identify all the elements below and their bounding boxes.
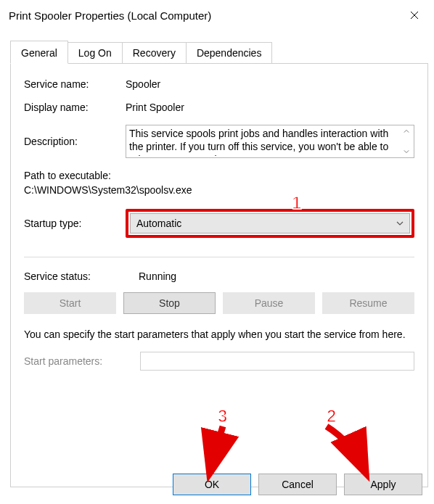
close-icon: [410, 11, 419, 20]
label-description: Description:: [24, 136, 126, 147]
tab-logon[interactable]: Log On: [67, 42, 123, 64]
value-display-name: Print Spooler: [126, 102, 414, 113]
chevron-up-icon: [404, 129, 409, 133]
ok-button[interactable]: OK: [173, 474, 251, 495]
start-button: Start: [24, 292, 116, 314]
resume-button: Resume: [322, 292, 414, 314]
tab-panel-general: Service name: Spooler Display name: Prin…: [10, 63, 428, 487]
label-service-status: Service status:: [24, 270, 139, 282]
label-start-params: Start parameters:: [24, 355, 140, 367]
description-scrollbar[interactable]: [400, 127, 412, 156]
tab-strip: General Log On Recovery Dependencies: [10, 41, 434, 64]
tab-general[interactable]: General: [10, 41, 68, 64]
start-params-input: [140, 352, 414, 371]
label-display-name: Display name:: [24, 102, 126, 113]
description-box: This service spools print jobs and handl…: [126, 125, 414, 158]
value-service-name: Spooler: [126, 78, 414, 90]
label-service-name: Service name:: [24, 78, 126, 90]
dialog-buttons: OK Cancel Apply: [173, 474, 422, 495]
startup-type-select[interactable]: Automatic: [130, 213, 410, 234]
label-path: Path to executable:: [24, 170, 414, 181]
apply-button[interactable]: Apply: [344, 474, 422, 495]
label-startup-type: Startup type:: [24, 218, 126, 229]
separator: [24, 257, 414, 257]
title-bar: Print Spooler Properties (Local Computer…: [0, 0, 434, 28]
startup-type-value: Automatic: [136, 218, 181, 229]
value-exe-path: C:\WINDOWS\System32\spoolsv.exe: [24, 184, 414, 196]
annotation-highlight-1: Automatic: [126, 209, 414, 238]
service-control-buttons: Start Stop Pause Resume: [24, 292, 414, 314]
cancel-button[interactable]: Cancel: [258, 474, 337, 495]
chevron-down-icon: [396, 221, 404, 226]
params-hint: You can specify the start parameters tha…: [24, 327, 414, 342]
stop-button[interactable]: Stop: [123, 292, 216, 314]
window-title: Print Spooler Properties (Local Computer…: [9, 9, 211, 22]
pause-button: Pause: [223, 292, 315, 314]
description-text: This service spools print jobs and handl…: [129, 127, 400, 156]
tab-recovery[interactable]: Recovery: [122, 42, 187, 64]
close-button[interactable]: [402, 6, 427, 25]
value-service-status: Running: [139, 270, 176, 282]
tab-dependencies[interactable]: Dependencies: [186, 42, 273, 64]
chevron-down-icon: [404, 149, 409, 154]
